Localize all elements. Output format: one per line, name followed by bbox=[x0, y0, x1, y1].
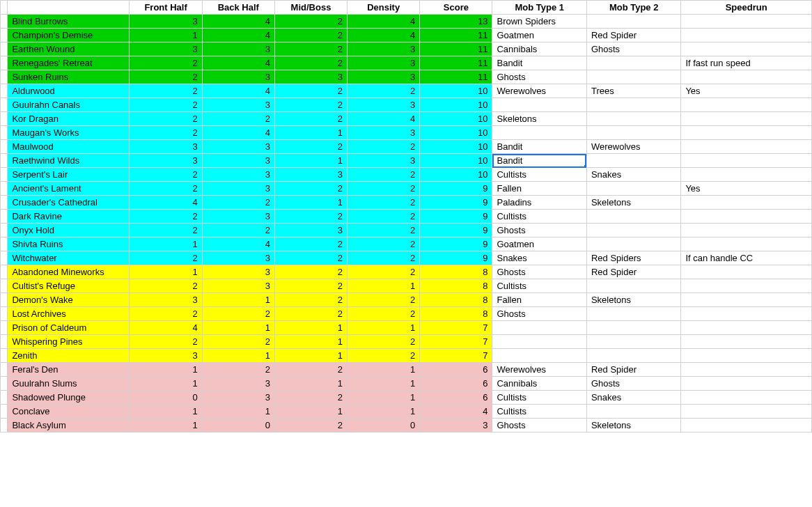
cell-mob1[interactable]: Ghosts bbox=[492, 265, 586, 279]
cell-mob2[interactable] bbox=[586, 307, 680, 321]
cell-mid-boss[interactable]: 2 bbox=[274, 29, 347, 42]
cell-mid-boss[interactable]: 3 bbox=[274, 224, 347, 237]
cell-density[interactable]: 2 bbox=[348, 196, 420, 210]
cell-name[interactable]: Zenith bbox=[8, 349, 130, 363]
cell-name[interactable]: Kor Dragan bbox=[8, 112, 130, 126]
table-row[interactable]: Aldurwood242210WerewolvesTreesYes bbox=[1, 84, 812, 98]
cell-speedrun[interactable] bbox=[681, 363, 812, 377]
cell-score[interactable]: 8 bbox=[420, 307, 492, 321]
cell-score[interactable]: 10 bbox=[420, 168, 492, 182]
cell-speedrun[interactable] bbox=[681, 70, 812, 84]
cell-density[interactable]: 1 bbox=[348, 321, 420, 335]
cell-score[interactable]: 9 bbox=[420, 182, 492, 196]
cell-front-half[interactable]: 2 bbox=[130, 70, 202, 84]
cell-back-half[interactable]: 4 bbox=[202, 126, 274, 140]
cell-mid-boss[interactable]: 1 bbox=[274, 126, 347, 140]
cell-density[interactable]: 3 bbox=[348, 56, 420, 70]
cell-mob2[interactable] bbox=[586, 210, 680, 224]
cell-front-half[interactable]: 3 bbox=[130, 154, 202, 168]
cell-density[interactable]: 2 bbox=[348, 251, 420, 265]
header-back-half[interactable]: Back Half bbox=[202, 1, 274, 15]
cell-density[interactable]: 1 bbox=[348, 377, 420, 391]
cell-mob2[interactable] bbox=[586, 98, 680, 112]
cell-mob2[interactable] bbox=[586, 126, 680, 140]
cell-density[interactable]: 1 bbox=[348, 405, 420, 419]
cell-back-half[interactable]: 3 bbox=[202, 98, 274, 112]
cell-back-half[interactable]: 1 bbox=[202, 293, 274, 307]
cell-mob1[interactable]: Werewolves bbox=[492, 363, 586, 377]
cell-front-half[interactable]: 2 bbox=[130, 335, 202, 349]
table-row[interactable]: Earthen Wound332311CannibalsGhosts bbox=[1, 42, 812, 56]
cell-back-half[interactable]: 0 bbox=[202, 419, 274, 432]
cell-score[interactable]: 11 bbox=[420, 29, 492, 42]
cell-mid-boss[interactable]: 3 bbox=[274, 70, 347, 84]
cell-score[interactable]: 7 bbox=[420, 321, 492, 335]
cell-speedrun[interactable] bbox=[681, 419, 812, 432]
cell-speedrun[interactable]: If can handle CC bbox=[681, 251, 812, 265]
cell-back-half[interactable]: 2 bbox=[202, 363, 274, 377]
cell-back-half[interactable]: 3 bbox=[202, 251, 274, 265]
cell-back-half[interactable]: 3 bbox=[202, 391, 274, 405]
cell-mob2[interactable] bbox=[586, 279, 680, 293]
cell-name[interactable]: Champion's Demise bbox=[8, 29, 130, 42]
cell-front-half[interactable]: 1 bbox=[130, 363, 202, 377]
table-row[interactable]: Feral's Den12216WerewolvesRed Spider bbox=[1, 363, 812, 377]
cell-name[interactable]: Prison of Caldeum bbox=[8, 321, 130, 335]
cell-front-half[interactable]: 3 bbox=[130, 349, 202, 363]
cell-mid-boss[interactable]: 3 bbox=[274, 168, 347, 182]
cell-mob1[interactable]: Paladins bbox=[492, 196, 586, 210]
cell-score[interactable]: 8 bbox=[420, 265, 492, 279]
cell-density[interactable]: 3 bbox=[348, 42, 420, 56]
cell-front-half[interactable]: 4 bbox=[130, 321, 202, 335]
cell-mob1[interactable]: Bandit bbox=[492, 140, 586, 154]
cell-score[interactable]: 9 bbox=[420, 251, 492, 265]
cell-mob1[interactable]: Werewolves bbox=[492, 84, 586, 98]
cell-score[interactable]: 7 bbox=[420, 335, 492, 349]
table-row[interactable]: Crusader's Cathedral42129PaladinsSkeleto… bbox=[1, 196, 812, 210]
cell-name[interactable]: Black Asylum bbox=[8, 419, 130, 432]
cell-density[interactable]: 2 bbox=[348, 307, 420, 321]
cell-name[interactable]: Maulwood bbox=[8, 140, 130, 154]
cell-mob1[interactable]: Fallen bbox=[492, 182, 586, 196]
cell-front-half[interactable]: 3 bbox=[130, 15, 202, 29]
cell-front-half[interactable]: 3 bbox=[130, 140, 202, 154]
cell-mob2[interactable] bbox=[586, 56, 680, 70]
cell-name[interactable]: Ancient's Lament bbox=[8, 182, 130, 196]
table-row[interactable]: Onyx Hold22329Ghosts bbox=[1, 224, 812, 237]
cell-speedrun[interactable] bbox=[681, 405, 812, 419]
cell-mid-boss[interactable]: 2 bbox=[274, 210, 347, 224]
cell-mob2[interactable] bbox=[586, 224, 680, 237]
table-row[interactable]: Dark Ravine23229Cultists bbox=[1, 210, 812, 224]
table-row[interactable]: Kor Dragan222410Skeletons bbox=[1, 112, 812, 126]
cell-front-half[interactable]: 3 bbox=[130, 42, 202, 56]
table-row[interactable]: Demon's Wake31228FallenSkeletons bbox=[1, 293, 812, 307]
cell-speedrun[interactable] bbox=[681, 335, 812, 349]
cell-density[interactable]: 2 bbox=[348, 335, 420, 349]
cell-mid-boss[interactable]: 2 bbox=[274, 112, 347, 126]
cell-front-half[interactable]: 1 bbox=[130, 237, 202, 251]
cell-mob1[interactable]: Cannibals bbox=[492, 377, 586, 391]
cell-density[interactable]: 3 bbox=[348, 70, 420, 84]
header-mid-boss[interactable]: Mid/Boss bbox=[274, 1, 347, 15]
table-row[interactable]: Ancient's Lament23229FallenYes bbox=[1, 182, 812, 196]
cell-density[interactable]: 2 bbox=[348, 265, 420, 279]
cell-mid-boss[interactable]: 2 bbox=[274, 307, 347, 321]
cell-mob2[interactable]: Skeletons bbox=[586, 293, 680, 307]
header-speedrun[interactable]: Speedrun bbox=[681, 1, 812, 15]
cell-mid-boss[interactable]: 2 bbox=[274, 56, 347, 70]
cell-back-half[interactable]: 3 bbox=[202, 70, 274, 84]
cell-mob1[interactable] bbox=[492, 349, 586, 363]
cell-mob2[interactable]: Ghosts bbox=[586, 377, 680, 391]
cell-speedrun[interactable] bbox=[681, 224, 812, 237]
table-row[interactable]: Zenith31127 bbox=[1, 349, 812, 363]
cell-score[interactable]: 7 bbox=[420, 349, 492, 363]
cell-mob1[interactable]: Fallen bbox=[492, 293, 586, 307]
header-mob2[interactable]: Mob Type 2 bbox=[586, 1, 680, 15]
cell-mid-boss[interactable]: 2 bbox=[274, 237, 347, 251]
cell-speedrun[interactable] bbox=[681, 210, 812, 224]
cell-mid-boss[interactable]: 1 bbox=[274, 196, 347, 210]
cell-name[interactable]: Crusader's Cathedral bbox=[8, 196, 130, 210]
cell-score[interactable]: 9 bbox=[420, 210, 492, 224]
cell-mid-boss[interactable]: 2 bbox=[274, 279, 347, 293]
cell-mob1[interactable]: Bandit bbox=[492, 154, 586, 168]
